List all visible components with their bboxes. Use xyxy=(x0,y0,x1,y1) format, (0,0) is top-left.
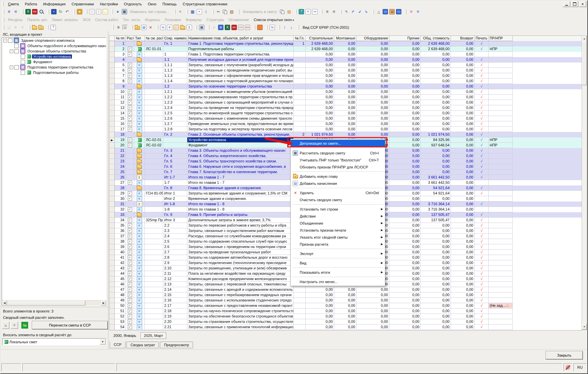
name-cell[interactable]: Затраты, связанные с изменением схемы дв… xyxy=(187,116,294,121)
name-cell[interactable]: Затраты, связанные с предоставлением нез… xyxy=(187,303,294,308)
indent-right-icon[interactable]: ↳ xyxy=(364,9,369,14)
insert-mode-select[interactable]: Локальных смет ▼ xyxy=(2,338,106,345)
truck-icon[interactable]: ▭ xyxy=(383,9,388,14)
table-row[interactable]: 17✓≡1.2.8Затраты на подготовку и эксперт… xyxy=(109,127,582,132)
keyboard-layout-indicator[interactable]: RU xyxy=(573,363,587,371)
name-cell[interactable]: Подготовительные работы xyxy=(187,46,294,52)
toolbar-text-button[interactable]: Тех. часть xyxy=(120,17,142,22)
toolbar-text-button[interactable]: Поправки xyxy=(162,17,183,22)
table-row[interactable]: 10✓≡1.2.1Затраты, связанные с возмещение… xyxy=(109,89,582,95)
undo-icon[interactable]: ↶ xyxy=(65,9,70,14)
indent-left-icon[interactable]: ↲ xyxy=(357,9,362,14)
calc-checkbox[interactable] xyxy=(126,84,134,89)
name-cell[interactable]: Глава 5. Объекты транспортного хозяйства… xyxy=(187,159,294,164)
checkbox-checked-icon[interactable]: ✓ xyxy=(128,271,132,276)
checkbox-checked-icon[interactable]: ✓ xyxy=(128,325,132,329)
check-gray-icon[interactable]: ✓ xyxy=(211,25,217,30)
name-cell[interactable]: Затраты, связанные с оформлением прав вл… xyxy=(187,73,294,79)
name-cell[interactable]: Затраты на проведение на территории стро… xyxy=(187,105,294,111)
calc-checkbox[interactable]: ✓ xyxy=(126,73,134,79)
name-cell[interactable]: Затраты на научно-техническое сопровожде… xyxy=(187,308,294,314)
checkbox-checked-icon[interactable]: ✓ xyxy=(128,197,132,201)
grid-vertical-scrollbar[interactable]: ▲ ▼ xyxy=(582,35,587,330)
checkbox-checked-icon[interactable]: ✓ xyxy=(128,250,132,254)
name-cell[interactable]: Итого по главам 1 - 8 xyxy=(187,207,294,212)
hierarchy-icon[interactable]: ≣ xyxy=(116,25,121,30)
calc-checkbox[interactable]: ✓ xyxy=(126,260,134,266)
copy-icon[interactable] xyxy=(222,9,228,14)
table-icon[interactable]: ▦ xyxy=(190,9,195,14)
sum-doc-icon[interactable]: Σ xyxy=(187,25,192,30)
context-menu-item[interactable]: ▦Рассчитать сводную сметуCtrl+I xyxy=(291,149,385,156)
arrow-down-icon[interactable]: ↓ xyxy=(289,25,294,30)
materials-icon[interactable]: ▤ xyxy=(389,9,395,14)
column-header[interactable]: Сокр. наимен. xyxy=(163,36,187,41)
calc-checkbox[interactable] xyxy=(126,185,134,191)
move-down-button[interactable]: ▼ xyxy=(11,322,18,329)
calc-checkbox[interactable]: ✓ xyxy=(126,266,134,271)
table-row[interactable]: 12✓≡1.2.3Затраты, связанные с организаци… xyxy=(109,100,582,105)
calc-checkbox[interactable]: ✓ xyxy=(126,105,134,111)
calc-checkbox[interactable]: ✓ xyxy=(126,314,134,319)
toolbar-text-button[interactable]: Лимит. затраты xyxy=(50,17,80,22)
column-header[interactable]: Печать xyxy=(475,36,489,41)
checkbox-checked-icon[interactable]: ✓ xyxy=(128,218,132,222)
checkbox-checked-icon[interactable]: ✓ xyxy=(128,180,132,185)
context-menu-item[interactable]: Признак расчета▶ xyxy=(291,241,385,248)
calc-checkbox[interactable]: ✓ xyxy=(126,287,134,292)
view-tab[interactable]: Предпросмотр xyxy=(160,342,193,348)
scroll-up-icon[interactable]: ▲ xyxy=(582,36,587,41)
checkbox-checked-icon[interactable]: ✓ xyxy=(128,100,132,105)
name-cell[interactable]: Итого по главам 1 - 8 xyxy=(187,202,294,207)
calc-checkbox[interactable] xyxy=(126,212,134,218)
name-cell[interactable]: Глава 4. Объекты энергетического хозяйст… xyxy=(187,153,294,159)
exit-icon[interactable]: ← xyxy=(174,25,179,30)
column-header[interactable]: Строительные xyxy=(306,36,334,41)
checkbox-checked-icon[interactable]: ✓ xyxy=(128,287,132,292)
menubar-item[interactable]: Окно xyxy=(145,1,160,7)
calc-checkbox[interactable]: ✓ xyxy=(126,137,134,143)
delete-disabled-icon[interactable]: × xyxy=(20,25,25,30)
checkbox-checked-icon[interactable]: ✓ xyxy=(128,303,132,308)
calc-checkbox[interactable]: ✓ xyxy=(126,271,134,276)
sort-icon[interactable]: ↕ xyxy=(203,9,209,14)
name-cell[interactable]: Затраты на обеспечение безопасности стро… xyxy=(187,314,294,319)
excel2-icon[interactable]: X xyxy=(225,25,230,30)
name-cell[interactable]: Глава 8. Временные здания и сооружения. xyxy=(187,185,294,191)
table-row[interactable]: 53✓≡2.20Затраты на страхование объекта с… xyxy=(109,319,582,325)
calc-checkbox[interactable]: ✓ xyxy=(126,89,134,95)
checkbox-checked-icon[interactable]: ✓ xyxy=(128,52,132,56)
calc-checkbox[interactable]: ✓ xyxy=(126,234,134,239)
context-menu-item[interactable]: Очистить сводную смету xyxy=(291,196,385,203)
context-menu-item[interactable]: Указать итог сводной сметы▶ xyxy=(291,234,385,241)
calc-checkbox[interactable]: ✓ xyxy=(126,68,134,73)
lock-icon[interactable]: ● xyxy=(77,9,82,14)
context-menu-item[interactable]: Вид▶ xyxy=(291,259,385,266)
name-cell[interactable]: Затраты, связанные с организацией меропр… xyxy=(187,100,294,105)
toolbar-text-button[interactable]: Формулы xyxy=(183,17,204,22)
name-cell[interactable]: Получение исходных данных и условий для … xyxy=(187,57,294,63)
table-row[interactable]: 54✓≡2.21Затраты, связанные с применением… xyxy=(109,325,582,330)
period-tab[interactable]: 2025, Март xyxy=(140,332,166,339)
column-header[interactable]: Общ. стоимость xyxy=(421,36,451,41)
menubar-item[interactable]: Работа xyxy=(22,1,40,7)
name-cell[interactable]: Дополнительные затраты в зимнее время; 3… xyxy=(187,218,294,223)
context-menu-item[interactable]: Объединение▶ xyxy=(291,220,385,227)
tree-expander-icon[interactable]: − xyxy=(10,49,13,53)
checkbox-checked-icon[interactable]: ✓ xyxy=(128,229,132,233)
indent-first-icon[interactable]: ↰ xyxy=(344,9,349,14)
view-tab[interactable]: Сводка затрат xyxy=(126,342,159,348)
book-gear-icon[interactable]: * xyxy=(299,9,304,14)
calc-checkbox[interactable] xyxy=(126,169,134,175)
checkbox-checked-icon[interactable]: ✓ xyxy=(128,320,132,324)
calc-checkbox[interactable]: ✓ xyxy=(126,100,134,105)
list-doc-icon[interactable]: ≡ xyxy=(167,25,172,30)
calc-checkbox[interactable]: ✓ xyxy=(126,191,134,196)
calc-checkbox[interactable]: ✓ xyxy=(126,111,134,116)
close-button[interactable]: × xyxy=(579,1,586,7)
calc-checkbox[interactable] xyxy=(126,153,134,159)
help-icon[interactable]: ? xyxy=(51,25,56,30)
checkbox-checked-icon[interactable]: ✓ xyxy=(128,122,132,126)
name-cell[interactable]: Компенсация расходов предприятиям железн… xyxy=(187,276,294,282)
calc-checkbox[interactable]: ✓ xyxy=(126,244,134,250)
